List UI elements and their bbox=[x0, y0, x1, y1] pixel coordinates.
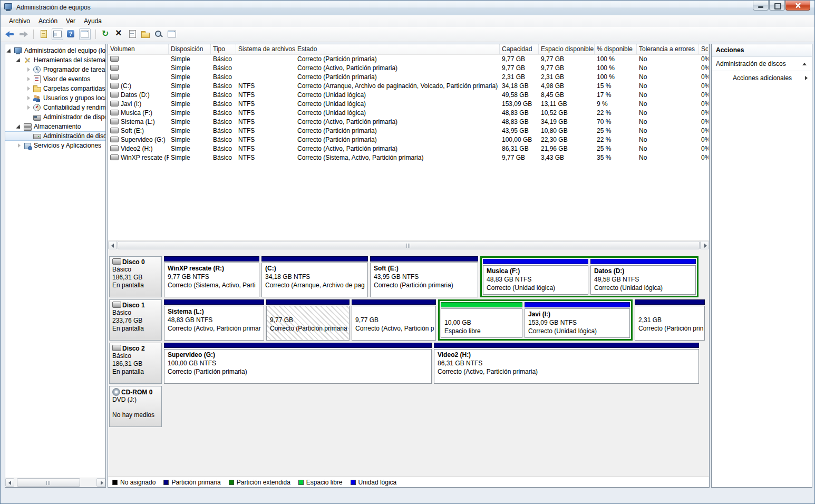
toolbar-separator bbox=[95, 30, 96, 39]
actions-section-disk-management[interactable]: Administración de discos bbox=[712, 57, 812, 71]
partition-body: Soft (E:)43,95 GB NTFSCorrecto (Partició… bbox=[370, 263, 478, 297]
expand-icon[interactable] bbox=[25, 85, 33, 92]
column-header[interactable]: Tipo bbox=[211, 44, 236, 54]
close-button[interactable] bbox=[785, 1, 810, 11]
partition-primary[interactable]: Soft (E:)43,95 GB NTFSCorrecto (Partició… bbox=[370, 256, 478, 297]
partition-logical[interactable]: Datos (D:)49,58 GB NTFSCorrecto (Unidad … bbox=[590, 259, 696, 295]
minimize-button[interactable] bbox=[753, 1, 769, 11]
volume-row[interactable]: Soft (E:)SimpleBásicoNTFSCorrecto (Parti… bbox=[108, 127, 709, 135]
partition-primary[interactable]: Video2 (H:)86,31 GB NTFSCorrecto (Activo… bbox=[434, 343, 699, 384]
collapse-icon[interactable] bbox=[16, 56, 23, 64]
column-header[interactable]: So bbox=[699, 44, 709, 54]
volume-row[interactable]: Video2 (H:)SimpleBásicoNTFSCorrecto (Act… bbox=[108, 144, 709, 153]
actions-item-additional[interactable]: Acciones adicionales bbox=[712, 71, 812, 85]
tree-item[interactable]: Servicios y Aplicaciones bbox=[5, 141, 105, 150]
volume-row[interactable]: SimpleBásicoCorrecto (Activo, Partición … bbox=[108, 64, 709, 73]
menu-ayuda[interactable]: Ayuda bbox=[80, 16, 106, 26]
menu-ver[interactable]: Ver bbox=[62, 16, 80, 26]
tree-item[interactable]: Usuarios y grupos local bbox=[5, 93, 105, 103]
expand-icon[interactable] bbox=[25, 75, 33, 83]
partition-primary[interactable]: 9,77 GBCorrecto (Activo, Partición p bbox=[352, 299, 436, 341]
delete-icon[interactable] bbox=[114, 29, 124, 40]
help-icon[interactable] bbox=[66, 29, 76, 40]
tree-item[interactable]: Programador de tareas bbox=[5, 65, 105, 74]
disk-info-box[interactable]: Disco 1Básico233,76 GBEn pantalla bbox=[109, 299, 162, 341]
cell-pct: 22 % bbox=[595, 109, 637, 118]
partition-size: 34,18 GB NTFS bbox=[265, 273, 364, 281]
volume-row[interactable]: SimpleBásicoCorrecto (Partición primaria… bbox=[108, 73, 709, 82]
console-tree-icon[interactable] bbox=[52, 28, 63, 40]
show-hide-panes-icon[interactable] bbox=[79, 28, 91, 40]
refresh-icon[interactable] bbox=[101, 29, 111, 40]
expand-icon[interactable] bbox=[25, 104, 33, 111]
partition-primary[interactable]: Supervideo (G:)100,00 GB NTFSCorrecto (P… bbox=[164, 343, 432, 384]
partition-free[interactable]: 10,00 GBEspacio libre bbox=[441, 302, 522, 338]
column-header[interactable]: Estado bbox=[295, 44, 500, 54]
tree-item[interactable]: Visor de eventos bbox=[5, 74, 105, 84]
partition-name: Javi (I:) bbox=[528, 310, 626, 318]
cell-fs bbox=[236, 64, 295, 73]
expand-icon[interactable] bbox=[25, 94, 33, 102]
maximize-button[interactable] bbox=[769, 1, 785, 11]
cell-pct: 100 % bbox=[595, 64, 637, 73]
volume-row[interactable]: Datos (D:)SimpleBásicoNTFSCorrecto (Unid… bbox=[108, 91, 709, 100]
scrollbar-thumb[interactable] bbox=[118, 241, 700, 249]
disk-info-box[interactable]: CD-ROM 0DVD (J:)No hay medios bbox=[109, 386, 162, 427]
volume-row[interactable]: WinXP rescate (R:)SimpleBásicoNTFSCorrec… bbox=[108, 153, 709, 162]
tree-item[interactable]: Administración de disco bbox=[5, 131, 105, 141]
column-header[interactable]: Espacio disponible bbox=[539, 44, 595, 54]
menu-accion[interactable]: Acción bbox=[34, 16, 62, 26]
volume-row[interactable]: Musica (F:)SimpleBásicoNTFSCorrecto (Uni… bbox=[108, 109, 709, 118]
column-header[interactable]: Volumen bbox=[108, 44, 169, 54]
tree-item-label: Carpetas compartidas bbox=[43, 84, 105, 93]
tree-item[interactable]: Almacenamiento bbox=[5, 122, 105, 131]
forward-icon[interactable] bbox=[18, 29, 28, 40]
tree-item[interactable]: Carpetas compartidas bbox=[5, 84, 105, 93]
volume-row[interactable]: Supervideo (G:)SimpleBásicoNTFSCorrecto … bbox=[108, 135, 709, 144]
scroll-right-button[interactable] bbox=[700, 241, 709, 249]
volume-row[interactable]: (C:)SimpleBásicoNTFSCorrecto (Arranque, … bbox=[108, 82, 709, 91]
actions-panel: Acciones Administración de discos Accion… bbox=[711, 44, 812, 488]
disk-management-panel: VolumenDisposiciónTipoSistema de archivo… bbox=[108, 44, 710, 488]
disk-info-box[interactable]: Disco 2Básico186,31 GBEn pantalla bbox=[109, 343, 162, 384]
partition-logical[interactable]: Javi (I:)153,09 GB NTFSCorrecto (Unidad … bbox=[525, 302, 630, 338]
volume-row[interactable]: SimpleBásicoCorrecto (Partición primaria… bbox=[108, 55, 709, 64]
collapse-section-icon[interactable] bbox=[802, 63, 807, 65]
cell-esp: 9,77 GB bbox=[539, 64, 595, 73]
partition-primary[interactable]: Sistema (L:)48,83 GB NTFSCorrecto (Activ… bbox=[164, 299, 264, 341]
tree-item[interactable]: Herramientas del sistema bbox=[5, 55, 105, 65]
column-header[interactable]: Capacidad bbox=[500, 44, 539, 54]
expand-icon[interactable] bbox=[25, 66, 33, 73]
partition-logical[interactable]: Musica (F:)48,83 GB NTFSCorrecto (Unidad… bbox=[483, 259, 588, 295]
back-icon[interactable] bbox=[5, 29, 15, 40]
column-header[interactable]: % disponible bbox=[595, 44, 637, 54]
new-window-icon[interactable] bbox=[167, 29, 177, 40]
partition-primary[interactable]: 2,31 GBCorrecto (Partición prin bbox=[635, 299, 705, 341]
tree-item[interactable]: Administrador de dispo bbox=[5, 112, 105, 122]
properties-icon[interactable] bbox=[127, 29, 138, 40]
volume-list-horizontal-scrollbar[interactable] bbox=[108, 240, 709, 250]
collapse-icon[interactable] bbox=[16, 123, 23, 130]
collapse-icon[interactable] bbox=[6, 47, 14, 54]
tree-item[interactable]: Administración del equipo (loc bbox=[5, 46, 105, 55]
partition-primary[interactable]: (C:)34,18 GB NTFSCorrecto (Arranque, Arc… bbox=[261, 256, 368, 297]
partition-primary[interactable]: WinXP rescate (R:)9,77 GB NTFSCorrecto (… bbox=[164, 256, 259, 297]
column-header[interactable]: Sistema de archivos bbox=[236, 44, 295, 54]
volume-row[interactable]: Javi (I:)SimpleBásicoNTFSCorrecto (Unida… bbox=[108, 100, 709, 109]
scroll-left-button[interactable] bbox=[5, 478, 14, 487]
scroll-right-button[interactable] bbox=[96, 478, 105, 487]
tree-horizontal-scrollbar[interactable] bbox=[5, 478, 105, 487]
open-folder-icon[interactable] bbox=[140, 29, 151, 40]
tree-item[interactable]: Confiabilidad y rendimi bbox=[5, 103, 105, 112]
menu-archivo[interactable]: Archivo bbox=[5, 16, 34, 26]
column-header[interactable]: Tolerancia a errores bbox=[637, 44, 699, 54]
disk-info-box[interactable]: Disco 0Básico186,31 GBEn pantalla bbox=[109, 256, 162, 297]
scroll-left-button[interactable] bbox=[108, 241, 117, 249]
export-list-icon[interactable] bbox=[38, 29, 49, 40]
scrollbar-thumb[interactable] bbox=[17, 478, 80, 487]
search-icon[interactable] bbox=[153, 29, 164, 40]
partition-primary[interactable]: 9,77 GBCorrecto (Partición primaria bbox=[266, 299, 350, 341]
column-header[interactable]: Disposición bbox=[169, 44, 211, 54]
volume-row[interactable]: Sistema (L:)SimpleBásicoNTFSCorrecto (Ac… bbox=[108, 118, 709, 127]
expand-icon[interactable] bbox=[16, 142, 23, 149]
